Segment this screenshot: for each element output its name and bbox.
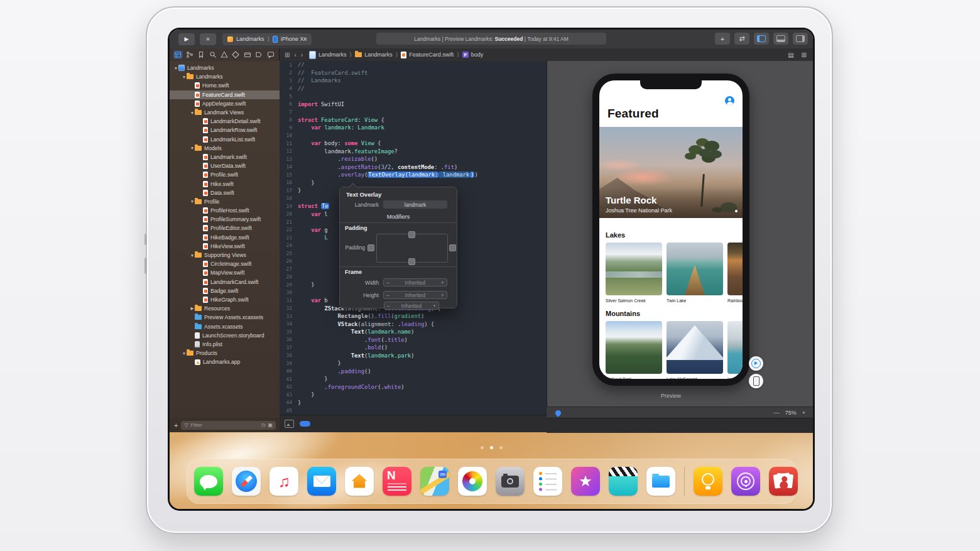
file-row-profile-swift[interactable]: Profile.swift — [170, 170, 280, 179]
toggle-inspector-button[interactable] — [793, 33, 808, 45]
disclosure-open-icon[interactable]: ▼ — [182, 351, 187, 356]
file-row-landmark-views[interactable]: ▼Landmark Views — [170, 108, 280, 117]
iphone-preview-screen[interactable]: Featured Turtle Rock Joshua Tree Nationa… — [599, 80, 743, 379]
clock-icon[interactable]: ◷ — [261, 422, 265, 428]
preview-on-device-button[interactable] — [749, 374, 763, 388]
navigator-tab-symbols-icon[interactable] — [197, 50, 206, 59]
featured-hero-image[interactable]: Turtle Rock Joshua Tree National Park — [599, 127, 743, 218]
code-line-35[interactable]: 35 Text(landmark.name) — [280, 328, 547, 336]
landmark-card[interactable]: Chilkoot Trail — [606, 321, 662, 379]
code-line-40[interactable]: 40 .padding() — [280, 368, 547, 376]
breadcrumb-item[interactable]: Landmarks — [309, 51, 347, 59]
file-row-data-swift[interactable]: Data.swift — [170, 188, 280, 197]
file-row-landmarkdetail-swift[interactable]: LandmarkDetail.swift — [170, 117, 280, 126]
file-row-mapview-swift[interactable]: MapView.swift — [170, 268, 280, 277]
dock-app-clips[interactable] — [609, 467, 638, 496]
landmark-card[interactable]: Rainbow Lake — [727, 243, 743, 303]
run-button[interactable]: ▶ — [178, 33, 195, 45]
back-button[interactable]: ‹ — [294, 52, 296, 58]
add-file-button[interactable]: + — [174, 422, 178, 429]
file-row-landmarkcard-swift[interactable]: LandmarkCard.swift — [170, 278, 280, 286]
code-line-14[interactable]: 14 .aspectRatio(3/2, contentMode: .fit) — [280, 163, 547, 172]
code-line-8[interactable]: 8struct FeatureCard: View { — [280, 116, 547, 124]
dock-app-home[interactable] — [345, 467, 374, 496]
file-row-info-plist[interactable]: Info.plist — [170, 340, 280, 349]
file-row-circleimage-swift[interactable]: CircleImage.swift — [170, 259, 280, 268]
padding-stepper[interactable]: – Inherited + — [384, 302, 439, 310]
file-row-preview-assets-xcassets[interactable]: Preview Assets.xcassets — [170, 313, 280, 322]
code-line-3[interactable]: 3// Landmarks — [280, 77, 547, 85]
file-row-featurecard-swift[interactable]: FeatureCard.swift — [170, 90, 280, 99]
code-line-36[interactable]: 36 .font(.title) — [280, 336, 547, 344]
stepper-minus[interactable]: – — [387, 303, 390, 309]
zoom-out-button[interactable]: — — [774, 410, 780, 416]
file-row-badge-swift[interactable]: Badge.swift — [170, 286, 280, 295]
file-row-hike-swift[interactable]: Hike.swift — [170, 179, 280, 188]
dock-app-music[interactable]: ♫ — [270, 467, 298, 496]
stepper-plus[interactable]: + — [441, 280, 444, 286]
navigator-tab-source-control-icon[interactable] — [185, 50, 194, 59]
pin-icon[interactable] — [554, 409, 562, 417]
live-preview-button[interactable] — [749, 356, 763, 371]
dock-app-messages[interactable] — [194, 467, 223, 496]
disclosure-open-icon[interactable]: ▼ — [190, 111, 195, 115]
dock-app-maps[interactable]: 280 — [420, 467, 449, 496]
dock-app-news[interactable]: N — [383, 467, 411, 496]
code-line-16[interactable]: 16 } — [280, 179, 547, 187]
landmark-card[interactable]: Lake McDonald — [667, 321, 723, 379]
breadcrumb-item[interactable]: Landmarks — [355, 52, 393, 58]
navigator-tab-reports-icon[interactable] — [266, 50, 275, 59]
stepper-minus[interactable]: – — [386, 292, 389, 298]
dock-app-itunes[interactable]: ★ — [571, 467, 600, 496]
file-row-products[interactable]: ▼Products — [170, 349, 280, 357]
file-row-landmark-swift[interactable]: Landmark.swift — [170, 153, 280, 161]
navigator-tab-project-icon[interactable] — [173, 50, 183, 59]
breadcrumb-item[interactable]: Pbody — [462, 52, 484, 58]
add-editor-button[interactable]: ⊞ — [802, 52, 807, 58]
token-icon[interactable]: ▣ — [268, 422, 273, 428]
code-line-5[interactable]: 5 — [280, 92, 547, 101]
stepper-plus[interactable]: + — [433, 303, 436, 309]
file-row-hikegraph-swift[interactable]: HikeGraph.swift — [170, 295, 280, 304]
file-row-home-swift[interactable]: Home.swift — [170, 81, 280, 90]
landmark-card[interactable]: Silver Salmon Creek — [606, 243, 662, 303]
code-line-39[interactable]: 39 } — [280, 359, 547, 368]
landmark-card[interactable]: Icy Bay — [727, 321, 743, 379]
navigator-tab-tests-icon[interactable] — [231, 50, 241, 59]
file-row-hikeview-swift[interactable]: HikeView.swift — [170, 242, 280, 251]
code-line-11[interactable]: 11 var body: some View { — [280, 139, 547, 148]
file-row-landmarkrow-swift[interactable]: LandmarkRow.swift — [170, 126, 280, 134]
code-line-13[interactable]: 13 .resizable() — [280, 155, 547, 163]
code-line-44[interactable]: 44} — [280, 399, 547, 407]
navigator-tab-breakpoints-icon[interactable] — [254, 50, 264, 59]
code-line-45[interactable]: 45 — [280, 406, 547, 415]
file-row-hikebadge-swift[interactable]: HikeBadge.swift — [170, 233, 280, 242]
file-row-supporting-views[interactable]: ▼Supporting Views — [170, 251, 280, 259]
scheme-selector[interactable]: Landmarks ⟩ iPhone Xʀ — [222, 33, 312, 45]
code-line-43[interactable]: 43 } — [280, 391, 547, 399]
code-line-12[interactable]: 12 landmark.featureImage? — [280, 148, 547, 156]
dock-app-mail[interactable] — [307, 467, 336, 496]
stepper-minus[interactable]: – — [386, 280, 389, 286]
adjust-editor-button[interactable]: ▤ — [788, 52, 793, 58]
code-line-15[interactable]: 15 .overlay(TextOverlay(landmark: landma… — [280, 171, 547, 179]
code-line-42[interactable]: 42 .foregroundColor(.white) — [280, 383, 547, 391]
code-line-33[interactable]: 33 Rectangle().fill(gradient) — [280, 312, 547, 320]
stop-button[interactable]: ■ — [200, 33, 216, 45]
landmark-card[interactable]: Twin Lake — [667, 243, 723, 303]
toggle-navigator-button[interactable] — [754, 33, 769, 45]
file-row-resources[interactable]: ▶Resources — [170, 304, 280, 313]
stepper-plus[interactable]: + — [441, 292, 444, 298]
navigator-tab-issues-icon[interactable] — [219, 50, 229, 59]
zoom-in-button[interactable]: + — [802, 410, 805, 416]
file-row-landmarks-app[interactable]: Landmarks.app — [170, 357, 280, 366]
padding-top-checkbox[interactable] — [408, 231, 415, 238]
dock-app-reminders[interactable] — [533, 467, 562, 496]
disclosure-open-icon[interactable]: ▼ — [190, 199, 195, 204]
code-line-34[interactable]: 34 VStack(alignment: .leading) { — [280, 320, 547, 329]
image-literal-icon[interactable] — [285, 420, 294, 428]
file-row-profileeditor-swift[interactable]: ProfileEditor.swift — [170, 224, 280, 232]
file-row-userdata-swift[interactable]: UserData.swift — [170, 161, 280, 170]
code-line-6[interactable]: 6import SwiftUI — [280, 101, 547, 109]
breadcrumb-item[interactable]: FeatureCard.swift — [401, 52, 454, 58]
